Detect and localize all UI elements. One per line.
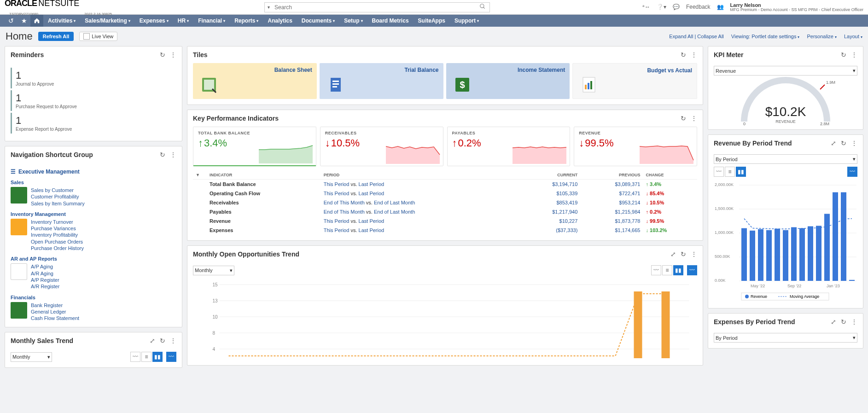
shortcut-link[interactable]: Open Purchase Orders [31, 238, 84, 245]
kpi-card[interactable]: RECEIVABLES ↓10.5% [320, 127, 443, 166]
portlet-menu-icon[interactable]: ⋮ [851, 318, 857, 326]
tile-trial-balance[interactable]: Trial Balance [320, 63, 443, 99]
shortcut-link[interactable]: A/P Register [31, 277, 59, 283]
portlet-menu-icon[interactable]: ⋮ [170, 151, 176, 158]
portlet-menu-icon[interactable]: ⋮ [691, 51, 697, 58]
refresh-icon[interactable]: ↻ [841, 51, 846, 58]
viewing-select[interactable]: Viewing: Portlet date settings [731, 34, 800, 39]
portlet-menu-icon[interactable]: ⋮ [851, 51, 857, 58]
chart-type-combo-icon[interactable]: 〰 [847, 167, 857, 177]
expand-icon[interactable]: ⤢ [150, 337, 155, 344]
refresh-icon[interactable]: ↻ [681, 250, 686, 258]
help-icon[interactable]: ❔▾ [657, 4, 666, 10]
portlet-menu-icon[interactable]: ⋮ [170, 337, 176, 344]
home-icon[interactable] [30, 15, 43, 27]
history-icon[interactable]: ↺ [5, 15, 17, 27]
kpi-card[interactable]: PAYABLES ↑0.2% [447, 127, 571, 166]
nav-activities[interactable]: Activities▾ [43, 15, 80, 27]
tile-budget-vs-actual[interactable]: Budget vs Actual [572, 63, 697, 99]
chart-type-bar-icon[interactable]: ▮▮ [152, 352, 163, 362]
personalize-select[interactable]: Personalize [807, 34, 836, 39]
refresh-icon[interactable]: ↻ [160, 51, 165, 58]
chart-type-combo-icon[interactable]: 〰 [687, 265, 697, 275]
refresh-icon[interactable]: ↻ [681, 115, 686, 122]
chart-type-lines-icon[interactable]: ≡ [662, 265, 672, 275]
nav-suiteapps[interactable]: SuiteApps [414, 15, 450, 27]
chart-type-bar-icon[interactable]: ▮▮ [736, 167, 746, 177]
kpi-th-previous[interactable]: PREVIOUS [580, 171, 643, 180]
nav-sales-marketing[interactable]: Sales/Marketing▾ [80, 15, 134, 27]
refresh-icon[interactable]: ↻ [841, 140, 846, 147]
shortcut-link[interactable]: Purchase Variances [31, 225, 84, 232]
chart-type-lines-icon[interactable]: ≡ [141, 352, 151, 362]
user-menu[interactable]: Larry Nelson MFG Premium - Demo Account … [730, 2, 863, 12]
tile-income-statement[interactable]: Income Statement $ [446, 63, 570, 99]
shortcut-link[interactable]: Bank Register [31, 302, 79, 308]
roles-icon[interactable]: 👥 [717, 4, 724, 10]
expand-icon[interactable]: ⤢ [831, 140, 836, 147]
chart-type-area-icon[interactable]: 〰 [714, 167, 724, 177]
refresh-icon[interactable]: ↻ [160, 337, 165, 344]
shortcut-link[interactable]: Inventory Profitability [31, 232, 84, 238]
search-icon[interactable] [476, 3, 489, 11]
shortcut-link[interactable]: Sales by Customer [31, 187, 85, 193]
nav-board-metrics[interactable]: Board Metrics [367, 15, 414, 27]
kpi-th-change[interactable]: CHANGE [643, 171, 697, 180]
kpi-collapse-icon[interactable]: ▼ [193, 171, 207, 180]
kpi-meter-select[interactable]: Revenue▾ [714, 66, 857, 76]
nav-setup[interactable]: Setup▾ [339, 15, 367, 27]
global-search[interactable]: ▾ [264, 2, 490, 12]
favorites-icon[interactable]: ★ [17, 15, 30, 27]
live-view-switch-icon[interactable] [83, 33, 90, 40]
shortcut-link[interactable]: A/P Aging [31, 263, 59, 270]
refresh-icon[interactable]: ↻ [160, 151, 165, 158]
kpi-th-indicator[interactable]: INDICATOR [207, 171, 321, 180]
reminder-item[interactable]: 1 Journal to Approve [11, 68, 176, 88]
nav-expenses[interactable]: Expenses▾ [135, 15, 173, 27]
nav-analytics[interactable]: Analytics [263, 15, 297, 27]
shortcut-link[interactable]: Customer Profitability [31, 193, 85, 200]
expand-icon[interactable]: ⤢ [831, 318, 836, 326]
lang-icon[interactable]: ᵃ↔ [642, 4, 650, 10]
monthly-sales-period-select[interactable]: Monthly▾ [11, 352, 52, 362]
shortcut-link[interactable]: A/R Register [31, 283, 59, 290]
kpi-th-current[interactable]: CURRENT [518, 171, 580, 180]
shortcut-heading[interactable]: ☰ Executive Management [11, 169, 176, 175]
live-view-toggle[interactable]: Live View [79, 32, 117, 41]
chart-type-area-icon[interactable]: 〰 [130, 352, 140, 362]
portlet-menu-icon[interactable]: ⋮ [170, 51, 176, 58]
refresh-icon[interactable]: ↻ [841, 318, 846, 326]
nav-hr[interactable]: HR▾ [173, 15, 193, 27]
portlet-menu-icon[interactable]: ⋮ [691, 115, 697, 122]
refresh-icon[interactable]: ↻ [681, 51, 686, 58]
shortcut-link[interactable]: General Ledger [31, 308, 79, 315]
tile-balance-sheet[interactable]: Balance Sheet [193, 63, 317, 99]
refresh-all-button[interactable]: Refresh All [38, 32, 74, 41]
feedback-link[interactable]: Feedback [686, 4, 711, 10]
reminder-item[interactable]: 1 Expense Report to Approve [11, 113, 176, 134]
chart-type-bar-icon[interactable]: ▮▮ [673, 265, 683, 275]
rev-trend-select[interactable]: By Period▾ [714, 154, 857, 164]
expand-all-link[interactable]: Expand All [669, 34, 693, 39]
open-opp-period-select[interactable]: Monthly▾ [193, 266, 234, 275]
shortcut-link[interactable]: A/R Aging [31, 270, 59, 277]
expand-icon[interactable]: ⤢ [670, 250, 676, 258]
portlet-menu-icon[interactable]: ⋮ [851, 140, 857, 147]
collapse-all-link[interactable]: Collapse All [697, 34, 723, 39]
layout-select[interactable]: Layout [844, 34, 862, 39]
chart-type-combo-icon[interactable]: 〰 [166, 352, 176, 362]
kpi-card[interactable]: REVENUE ↓99.5% [574, 127, 697, 166]
chart-type-lines-icon[interactable]: ≡ [725, 167, 735, 177]
kpi-card[interactable]: TOTAL BANK BALANCE ↑3.4% [193, 127, 316, 166]
kpi-th-period[interactable]: PERIOD [321, 171, 518, 180]
search-input[interactable] [273, 4, 476, 11]
portlet-menu-icon[interactable]: ⋮ [691, 250, 697, 258]
feedback-icon[interactable]: 💬 [673, 4, 680, 10]
nav-financial[interactable]: Financial▾ [193, 15, 230, 27]
shortcut-link[interactable]: Sales by Item Summary [31, 200, 85, 207]
shortcut-link[interactable]: Cash Flow Statement [31, 315, 79, 321]
exp-trend-select[interactable]: By Period▾ [714, 333, 857, 343]
chart-type-area-icon[interactable]: 〰 [651, 265, 661, 275]
search-scope-caret-icon[interactable]: ▾ [265, 5, 273, 10]
nav-reports[interactable]: Reports▾ [230, 15, 263, 27]
